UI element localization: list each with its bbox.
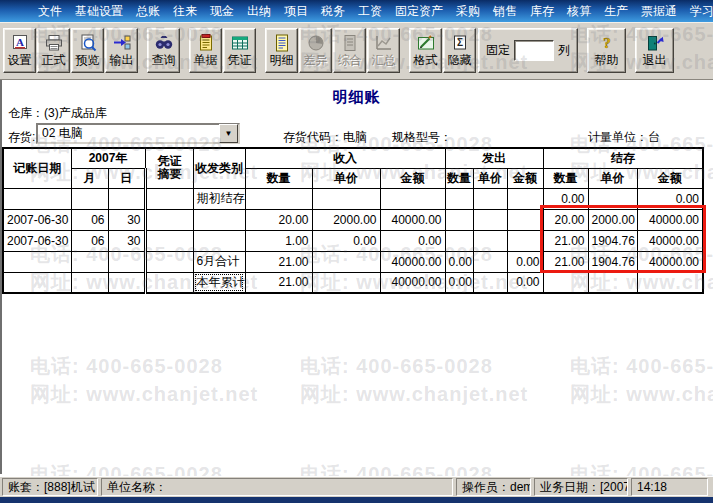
table-cell[interactable]: [3, 251, 71, 272]
menu-item-receivable-payable[interactable]: 往来: [173, 3, 197, 20]
table-cell[interactable]: [312, 251, 380, 272]
table-cell[interactable]: 2007-06-30: [3, 230, 71, 251]
table-cell[interactable]: 0.00: [312, 230, 380, 251]
table-cell[interactable]: [473, 209, 507, 230]
table-cell[interactable]: [193, 209, 245, 230]
table-cell[interactable]: 06: [71, 230, 108, 251]
table-cell[interactable]: 40000.00: [380, 272, 445, 293]
table-cell[interactable]: [312, 272, 380, 293]
chevron-down-icon[interactable]: ▼: [219, 124, 238, 143]
table-cell[interactable]: [473, 251, 507, 272]
menu-item-bills[interactable]: 票据通: [641, 3, 677, 20]
table-cell[interactable]: 0.00: [543, 188, 588, 209]
settings-button[interactable]: A 设置: [3, 28, 36, 73]
table-cell[interactable]: [145, 272, 193, 293]
menu-item-learning-center[interactable]: 学习中心: [690, 3, 713, 20]
menu-item-cash[interactable]: 现金: [210, 3, 234, 20]
table-cell[interactable]: 40000.00: [380, 251, 445, 272]
menu-item-costing[interactable]: 核算: [567, 3, 591, 20]
table-cell[interactable]: 21.00: [245, 251, 312, 272]
table-cell[interactable]: 1904.76: [588, 251, 637, 272]
table-cell[interactable]: 40000.00: [637, 230, 703, 251]
table-cell[interactable]: [312, 188, 380, 209]
table-cell[interactable]: [473, 272, 507, 293]
table-cell[interactable]: [145, 251, 193, 272]
menu-item-file[interactable]: 文件: [38, 3, 62, 20]
table-cell[interactable]: [543, 272, 588, 293]
menu-item-inventory[interactable]: 库存: [530, 3, 554, 20]
table-cell[interactable]: [3, 188, 71, 209]
table-cell[interactable]: 0.00: [445, 272, 473, 293]
table-cell[interactable]: 期初结存: [193, 188, 245, 209]
menu-item-purchase[interactable]: 采购: [456, 3, 480, 20]
table-cell[interactable]: 20.00: [543, 209, 588, 230]
table-cell[interactable]: [145, 209, 193, 230]
table-cell[interactable]: [445, 230, 473, 251]
voucher-button[interactable]: 凭证: [223, 28, 256, 73]
table-cell[interactable]: 0.00: [637, 188, 703, 209]
table-cell[interactable]: 2000.00: [312, 209, 380, 230]
table-cell[interactable]: [145, 230, 193, 251]
menu-item-tax[interactable]: 税务: [321, 3, 345, 20]
table-cell[interactable]: [71, 272, 108, 293]
table-cell[interactable]: 21.00: [245, 272, 312, 293]
table-cell[interactable]: [588, 272, 637, 293]
table-cell[interactable]: 21.00: [543, 251, 588, 272]
table-cell[interactable]: 2000.00: [588, 209, 637, 230]
table-cell[interactable]: [108, 272, 145, 293]
menu-item-project[interactable]: 项目: [284, 3, 308, 20]
table-cell[interactable]: 21.00: [543, 230, 588, 251]
table-cell[interactable]: 0.00: [445, 251, 473, 272]
table-cell[interactable]: [507, 188, 543, 209]
table-cell[interactable]: [3, 272, 71, 293]
table-cell[interactable]: 0.00: [507, 272, 543, 293]
menu-item-basic-setup[interactable]: 基础设置: [75, 3, 123, 20]
table-cell[interactable]: 06: [71, 209, 108, 230]
table-cell[interactable]: [445, 188, 473, 209]
table-cell[interactable]: [108, 251, 145, 272]
inventory-select[interactable]: 02 电脑 ▼: [36, 123, 240, 144]
table-cell[interactable]: 40000.00: [380, 209, 445, 230]
preview-button[interactable]: 预览: [71, 28, 104, 73]
menu-item-production[interactable]: 生产: [604, 3, 628, 20]
table-cell[interactable]: 6月合计: [193, 251, 245, 272]
table-cell[interactable]: [71, 251, 108, 272]
table-cell[interactable]: [507, 230, 543, 251]
table-cell[interactable]: 0.00: [380, 230, 445, 251]
table-cell[interactable]: [473, 230, 507, 251]
query-button[interactable]: 查询: [147, 28, 180, 73]
menu-item-fixed-assets[interactable]: 固定资产: [395, 3, 443, 20]
table-cell[interactable]: [445, 209, 473, 230]
table-cell[interactable]: [108, 188, 145, 209]
table-cell[interactable]: 40000.00: [637, 209, 703, 230]
table-cell[interactable]: [507, 209, 543, 230]
menu-item-cashier[interactable]: 出纳: [247, 3, 271, 20]
table-cell[interactable]: [245, 188, 312, 209]
table-cell[interactable]: [380, 188, 445, 209]
detail-button[interactable]: 明细: [265, 28, 298, 73]
table-cell[interactable]: [145, 188, 193, 209]
table-cell[interactable]: [193, 230, 245, 251]
table-cell[interactable]: 30: [108, 209, 145, 230]
fixed-column-input[interactable]: [514, 40, 554, 61]
table-cell[interactable]: 30: [108, 230, 145, 251]
format-button[interactable]: 格式: [409, 28, 442, 73]
menu-item-general-ledger[interactable]: 总账: [136, 3, 160, 20]
hide-button[interactable]: Σ 隐藏: [443, 28, 476, 73]
export-button[interactable]: 输出: [105, 28, 138, 73]
help-button[interactable]: ? 帮助: [587, 28, 626, 73]
table-cell[interactable]: 0.00: [507, 251, 543, 272]
focused-cell[interactable]: 本年累计: [193, 272, 245, 293]
table-cell[interactable]: 1.00: [245, 230, 312, 251]
table-cell[interactable]: 20.00: [245, 209, 312, 230]
menu-item-payroll[interactable]: 工资: [358, 3, 382, 20]
table-cell[interactable]: [71, 188, 108, 209]
menu-item-sales[interactable]: 销售: [493, 3, 517, 20]
table-cell[interactable]: 1904.76: [588, 230, 637, 251]
table-cell[interactable]: [637, 272, 703, 293]
table-cell[interactable]: 40000.00: [637, 251, 703, 272]
table-cell[interactable]: [588, 188, 637, 209]
table-cell[interactable]: [473, 188, 507, 209]
exit-button[interactable]: 退出: [635, 28, 674, 73]
table-cell[interactable]: 2007-06-30: [3, 209, 71, 230]
